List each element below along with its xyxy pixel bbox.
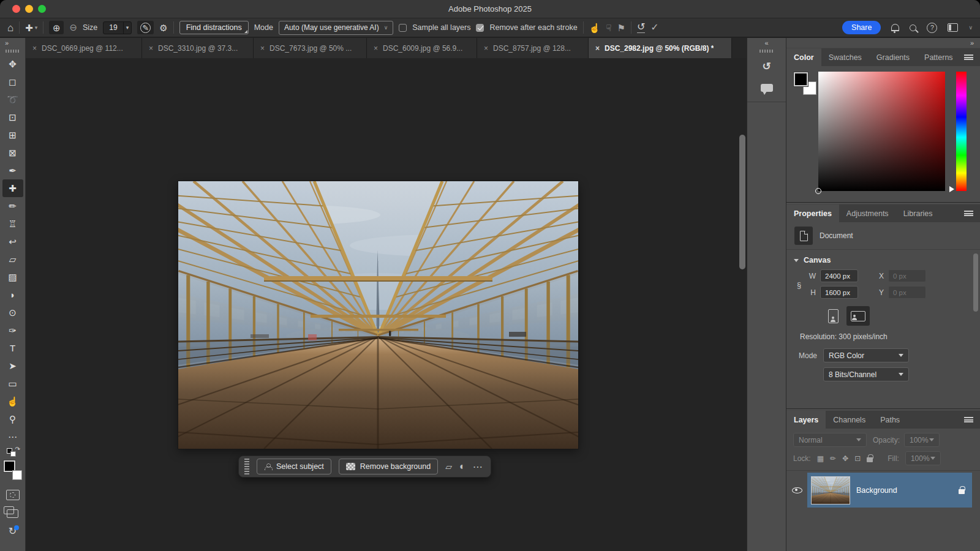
canvas-vertical-scrollbar[interactable]	[739, 135, 745, 269]
toolbar-expand-button[interactable]: »	[0, 38, 25, 48]
foreground-color-swatch[interactable]	[794, 72, 808, 86]
brush-settings-button[interactable]: ✎	[137, 21, 154, 34]
expand-panels-button[interactable]: »	[786, 38, 980, 48]
width-field[interactable]: 2400 px	[820, 269, 858, 282]
thumbs-down-icon[interactable]: ☟	[606, 23, 611, 32]
active-tool-icon[interactable]: ✚ ▾	[25, 23, 37, 32]
find-distractions-button[interactable]: Find distractions	[179, 21, 249, 34]
layer-row[interactable]: Background	[786, 473, 980, 508]
comments-icon[interactable]	[761, 84, 773, 92]
lock-all-icon[interactable]	[867, 457, 873, 462]
toolbar-grip[interactable]	[6, 50, 20, 53]
remove-after-each-stroke-checkbox[interactable]	[476, 24, 484, 32]
hue-slider-cursor[interactable]	[949, 186, 954, 192]
zoom-window-button[interactable]	[38, 5, 46, 13]
collapse-panels-button[interactable]: «	[764, 38, 768, 48]
link-dimensions-icon[interactable]: §	[797, 280, 801, 290]
select-subject-button[interactable]: Select subject	[257, 459, 331, 474]
path-selection-tool[interactable]: ➤	[2, 357, 23, 375]
document-canvas[interactable]	[178, 181, 578, 449]
lock-artboard-icon[interactable]: ⊡	[854, 455, 861, 462]
document-tab[interactable]: ×DSC_6009.jpg @ 56.9...	[367, 38, 477, 58]
reset-icon[interactable]: ↺	[637, 22, 645, 33]
home-icon[interactable]: ⌂	[7, 23, 13, 33]
add-to-selection-button[interactable]: ⊕	[49, 21, 64, 34]
flag-icon[interactable]: ⚑	[617, 23, 625, 32]
landscape-orientation-button[interactable]	[846, 306, 870, 326]
workspace-panel-icon[interactable]	[948, 23, 958, 32]
lasso-tool[interactable]: ➰	[2, 91, 23, 108]
share-button[interactable]: Share	[842, 21, 881, 34]
hand-tool[interactable]: ☝	[2, 392, 23, 410]
canvas-section-header[interactable]: Canvas	[786, 250, 980, 268]
notifications-bell-icon[interactable]	[891, 24, 899, 31]
color-tab-gradients[interactable]: Gradients	[869, 48, 917, 66]
properties-tab-adjustments[interactable]: Adjustments	[839, 204, 896, 222]
rail-grip[interactable]	[760, 50, 774, 53]
search-icon[interactable]	[910, 24, 916, 31]
pen-tool[interactable]: ✑	[2, 321, 23, 339]
color-tab-swatches[interactable]: Swatches	[821, 48, 869, 66]
sample-all-layers-checkbox[interactable]	[399, 24, 407, 32]
tab-close-icon[interactable]: ×	[32, 44, 37, 53]
adjustment-contrast-icon[interactable]: ◐	[459, 461, 466, 472]
brush-size-input[interactable]: 19 ▾	[103, 21, 132, 34]
task-bar-grip[interactable]	[244, 459, 249, 474]
background-color-swatch[interactable]	[12, 470, 22, 480]
hue-slider[interactable]	[956, 72, 967, 191]
color-swatches[interactable]	[4, 460, 22, 480]
color-panel-swatches[interactable]	[794, 72, 818, 97]
panel-scrollbar[interactable]	[973, 253, 978, 312]
move-tool[interactable]: ✥	[2, 55, 23, 73]
lock-paint-icon[interactable]: ✏	[830, 455, 836, 462]
properties-tab-properties[interactable]: Properties	[786, 204, 839, 222]
subtract-from-selection-button[interactable]: ⊖	[69, 22, 77, 33]
tab-close-icon[interactable]: ×	[260, 44, 265, 53]
brush-tool[interactable]: ✏	[2, 197, 23, 215]
history-brush-tool[interactable]: ↩	[2, 233, 23, 250]
color-field-cursor[interactable]	[815, 188, 821, 194]
more-tools[interactable]: ⋯	[2, 428, 23, 446]
dodge-tool[interactable]: ⊙	[2, 304, 23, 321]
saturation-brightness-field[interactable]	[818, 72, 945, 191]
tab-close-icon[interactable]: ×	[484, 44, 488, 53]
screen-mode-button[interactable]	[7, 509, 18, 518]
eyedropper-tool[interactable]: ✒	[2, 162, 23, 179]
remove-background-button[interactable]: Remove background	[339, 459, 438, 474]
mode-select[interactable]: Auto (May use generative AI) ∨	[279, 21, 393, 35]
canvas-area[interactable]: Select subject Remove background ▱ ◐ ⋯	[26, 58, 747, 551]
help-icon[interactable]: ?	[927, 23, 937, 33]
lock-transparency-icon[interactable]: ▦	[817, 455, 824, 462]
tab-close-icon[interactable]: ×	[595, 44, 600, 53]
quick-mask-button[interactable]	[6, 490, 20, 500]
blur-tool[interactable]: ◗	[2, 286, 23, 304]
minimize-window-button[interactable]	[25, 5, 33, 13]
crop-tool[interactable]: ⊞	[2, 126, 23, 144]
frame-tool[interactable]: ⊠	[2, 144, 23, 162]
document-type-button[interactable]	[794, 227, 813, 245]
zoom-tool[interactable]: ⚲	[2, 410, 23, 428]
height-field[interactable]: 1600 px	[820, 286, 858, 299]
document-tab[interactable]: ×DSC_7673.jpg @ 50% ...	[254, 38, 367, 58]
tab-close-icon[interactable]: ×	[149, 44, 153, 53]
color-tab-color[interactable]: Color	[786, 48, 821, 66]
properties-tab-libraries[interactable]: Libraries	[896, 204, 940, 222]
gear-icon[interactable]: ⚙	[159, 23, 167, 32]
panel-menu-button[interactable]	[964, 48, 980, 66]
layers-tab-channels[interactable]: Channels	[826, 411, 873, 429]
chevron-down-icon[interactable]: ∨	[968, 24, 973, 31]
layer-visibility-toggle[interactable]	[786, 473, 807, 508]
layer-thumbnail[interactable]	[812, 477, 850, 504]
lock-position-icon[interactable]: ✥	[842, 455, 848, 462]
document-tab[interactable]: ×DSC_2982.jpg @ 50% (RGB/8) *	[589, 38, 732, 58]
layer-lock-icon[interactable]	[959, 489, 965, 494]
clone-stamp-tool[interactable]: ♖	[2, 215, 23, 233]
color-mode-select[interactable]: RGB Color	[823, 348, 909, 362]
eraser-tool[interactable]: ▱	[2, 250, 23, 268]
bit-depth-select[interactable]: 8 Bits/Channel	[823, 367, 909, 381]
commit-check-icon[interactable]: ✓	[650, 23, 658, 32]
version-history-icon[interactable]: ↺	[762, 60, 771, 73]
layers-tab-paths[interactable]: Paths	[873, 411, 907, 429]
panel-menu-button[interactable]	[964, 411, 980, 429]
portrait-orientation-button[interactable]	[824, 306, 842, 326]
